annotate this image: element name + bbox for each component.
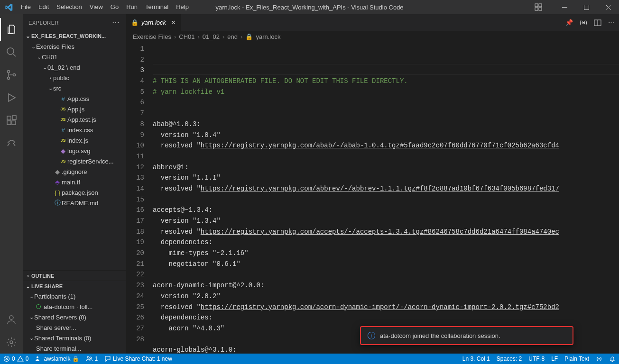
chevron-right-icon: › <box>198 33 200 40</box>
file-item[interactable]: JSApp.js <box>23 104 126 114</box>
breadcrumb-segment[interactable]: end <box>227 33 238 40</box>
breadcrumbs[interactable]: Exercise Files›CH01›01_02›end›🔒 yarn.loc… <box>126 31 619 43</box>
line-number: 24 <box>126 291 144 302</box>
maximize-button[interactable] <box>575 0 597 14</box>
folder-item[interactable]: ⌄src <box>23 83 126 93</box>
activity-run-debug-icon[interactable] <box>0 86 23 109</box>
liveshare-participants[interactable]: ⌄ Participants (1) <box>23 291 126 301</box>
file-item[interactable]: ◆logo.svg <box>23 146 126 156</box>
split-editor-icon[interactable] <box>594 19 601 27</box>
code-line: acorn-dynamic-import@^2.0.0: <box>153 280 619 291</box>
file-item[interactable]: #index.css <box>23 125 126 135</box>
activity-explorer-icon[interactable] <box>0 18 23 41</box>
line-number: 21 <box>126 259 144 270</box>
file-item[interactable]: ◆.gitignore <box>23 166 126 177</box>
line-number: 18 <box>126 227 144 237</box>
liveshare-participant-item[interactable]: ata-dotcom · foll... <box>23 301 126 312</box>
file-item[interactable]: JSregisterService... <box>23 156 126 166</box>
minimize-button[interactable] <box>554 0 575 14</box>
breadcrumb-segment[interactable]: CH01 <box>179 33 194 40</box>
status-liveshare-participants[interactable]: 1 <box>83 354 101 364</box>
activity-search-icon[interactable] <box>0 41 23 64</box>
activity-source-control-icon[interactable] <box>0 64 23 86</box>
liveshare-share-server[interactable]: Share server... <box>23 322 126 333</box>
chevron-right-icon: › <box>174 33 176 40</box>
file-item[interactable]: ⓘREADME.md <box>23 198 126 208</box>
chevron-down-icon: ⌄ <box>28 335 34 341</box>
svg-point-14 <box>9 316 13 319</box>
code-line: accepts@~1.3.4: <box>153 205 619 216</box>
line-number: 16 <box>126 205 144 216</box>
status-cursor-position[interactable]: Ln 3, Col 1 <box>459 354 493 364</box>
file-item[interactable]: JSindex.js <box>23 135 126 146</box>
status-liveshare-user[interactable]: awsiamelk 🔒 <box>32 354 83 364</box>
close-icon[interactable]: ✕ <box>171 19 176 26</box>
tree-label: .gitignore <box>62 168 87 175</box>
file-item[interactable]: #App.css <box>23 93 126 104</box>
svg-rect-0 <box>535 4 538 7</box>
code-line: abbrev@1: <box>153 162 619 173</box>
workspace-header[interactable]: ⌄ EX_FILES_REACT_WORKIN... <box>23 31 126 41</box>
menu-view[interactable]: View <box>86 0 107 14</box>
activity-settings-icon[interactable] <box>0 331 23 354</box>
line-number: 20 <box>126 248 144 259</box>
more-icon[interactable]: ⋯ <box>608 19 614 26</box>
status-indentation[interactable]: Spaces: 2 <box>493 354 525 364</box>
menu-terminal[interactable]: Terminal <box>141 0 172 14</box>
status-problems[interactable]: 0 0 <box>0 354 32 364</box>
menu-help[interactable]: Help <box>172 0 193 14</box>
status-liveshare-chat[interactable]: Live Share Chat: 1 new <box>101 354 176 364</box>
folder-item[interactable]: ⌄Exercise Files <box>23 41 126 52</box>
outline-header[interactable]: › OUTLINE <box>23 270 126 281</box>
layout-grid-icon[interactable] <box>535 3 554 11</box>
file-item[interactable]: { }package.json <box>23 187 126 198</box>
liveshare-header[interactable]: ⌄ LIVE SHARE <box>23 281 126 291</box>
code-line: # yarn lockfile v1 <box>153 87 619 98</box>
activity-extensions-icon[interactable] <box>0 109 23 132</box>
close-button[interactable] <box>597 0 619 14</box>
status-encoding[interactable]: UTF-8 <box>525 354 548 364</box>
status-feedback-icon[interactable] <box>592 354 606 364</box>
liveshare-servers[interactable]: ⌄ Shared Servers (0) <box>23 312 126 322</box>
folder-item[interactable]: ›public <box>23 73 126 83</box>
code-line: resolved "https://registry.yarnpkg.com/a… <box>153 227 619 237</box>
liveshare-share-terminal[interactable]: Share terminal... <box>23 343 126 354</box>
chevron-down-icon: ⌄ <box>25 33 31 39</box>
file-item[interactable]: JSApp.test.js <box>23 114 126 125</box>
chevron-down-icon: ⌄ <box>30 44 36 50</box>
menu-run[interactable]: Run <box>122 0 141 14</box>
activity-live-share-icon[interactable] <box>0 132 23 155</box>
sidebar-header: EXPLORER ⋯ <box>23 14 126 31</box>
svg-rect-12 <box>12 121 16 125</box>
tab-yarn-lock[interactable]: 🔒 yarn.lock ✕ <box>126 14 181 31</box>
svg-point-15 <box>10 341 13 344</box>
menu-edit[interactable]: Edit <box>35 0 53 14</box>
breadcrumb-segment[interactable]: yarn.lock <box>256 33 280 40</box>
menu-file[interactable]: File <box>17 0 35 14</box>
breadcrumb-segment[interactable]: Exercise Files <box>133 33 171 40</box>
file-item[interactable]: ⬘main.tf <box>23 177 126 187</box>
menu-selection[interactable]: Selection <box>53 0 85 14</box>
breadcrumb-segment[interactable]: 01_02 <box>203 33 220 40</box>
pin-icon[interactable]: 📌 <box>565 19 573 26</box>
folder-item[interactable]: ⌄CH01 <box>23 52 126 62</box>
menu-go[interactable]: Go <box>107 0 122 14</box>
status-language[interactable]: Plain Text <box>561 354 592 364</box>
svg-point-9 <box>13 74 16 76</box>
tree-label: index.js <box>67 137 88 144</box>
activity-accounts-icon[interactable] <box>0 308 23 331</box>
notification-toast[interactable]: i ata-dotcom joined the collaboration se… <box>360 326 573 345</box>
line-number: 13 <box>126 173 144 183</box>
sidebar-more-icon[interactable]: ⋯ <box>112 18 120 27</box>
liveshare-terminals[interactable]: ⌄ Shared Terminals (0) <box>23 333 126 343</box>
code-content[interactable]: # THIS IS AN AUTOGENERATED FILE. DO NOT … <box>153 43 619 354</box>
editor[interactable]: 1234567891011121314151617181920212223242… <box>126 43 619 354</box>
folder-item[interactable]: ⌄01_02 \ end <box>23 62 126 73</box>
status-eol[interactable]: LF <box>548 354 561 364</box>
code-line <box>153 108 619 119</box>
line-number: 23 <box>126 280 144 291</box>
hash-icon: # <box>59 127 67 134</box>
broadcast-icon[interactable] <box>580 19 587 27</box>
status-notifications-icon[interactable] <box>606 354 619 364</box>
code-line <box>153 194 619 205</box>
